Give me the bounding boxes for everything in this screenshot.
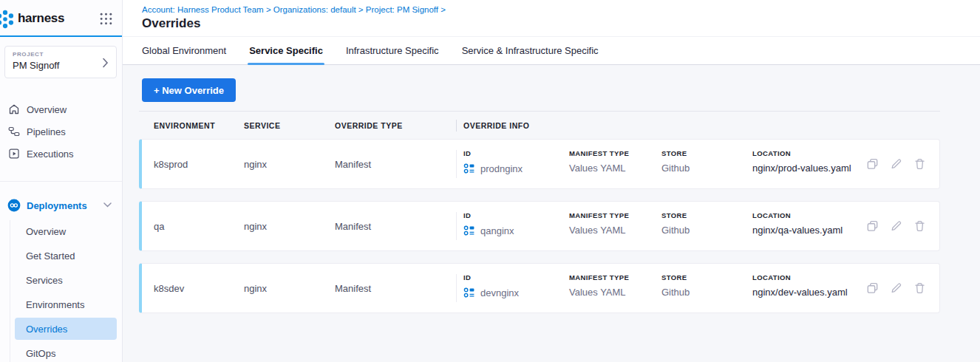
pipelines-icon xyxy=(8,126,20,137)
sidebar-item-overview[interactable]: Overview xyxy=(0,98,122,120)
environment-value: k8sprod xyxy=(154,159,188,170)
sidebar-subitem-label: Overview xyxy=(26,226,66,237)
store-group: STORE Github xyxy=(661,211,690,236)
sidebar-divider xyxy=(0,181,122,182)
deployments-icon xyxy=(7,199,21,212)
sidebar-subitem-label: Overrides xyxy=(26,324,67,335)
id-icon xyxy=(463,225,475,236)
location-group: LOCATION nginx/dev-values.yaml xyxy=(752,273,848,298)
store-group: STORE Github xyxy=(661,273,690,298)
id-icon xyxy=(463,163,475,174)
tab-global-environment[interactable]: Global Environment xyxy=(142,37,226,64)
id-value: prodnginx xyxy=(480,163,523,174)
table-row[interactable]: qa nginx Manifest ID qanginx xyxy=(139,201,940,251)
location-value: nginx/prod-values.yaml xyxy=(752,163,851,174)
tab-service-specific[interactable]: Service Specific xyxy=(249,37,323,64)
location-group: LOCATION nginx/prod-values.yaml xyxy=(752,149,851,174)
breadcrumb[interactable]: Account: Harness Product Team > Organiza… xyxy=(142,5,446,14)
sidebar-subitem-label: Services xyxy=(26,275,63,286)
tab-infrastructure-specific[interactable]: Infrastructure Specific xyxy=(346,37,439,64)
id-icon xyxy=(463,287,475,298)
table-row[interactable]: k8sdev nginx Manifest ID devnginx xyxy=(139,263,940,313)
edit-icon[interactable] xyxy=(890,220,902,233)
override-type-value: Manifest xyxy=(335,283,371,294)
location-value: nginx/dev-values.yaml xyxy=(752,287,848,298)
module-grid-icon[interactable] xyxy=(99,12,113,26)
sidebar-header: harness xyxy=(0,0,122,37)
column-header-override-type: OVERRIDE TYPE xyxy=(335,121,403,130)
project-label: PROJECT xyxy=(13,51,109,58)
store-value: Github xyxy=(661,287,690,298)
row-actions xyxy=(866,158,926,171)
harness-logo-icon xyxy=(0,9,16,30)
delete-icon[interactable] xyxy=(913,158,926,171)
sidebar-subitem-overview[interactable]: Overview xyxy=(15,220,117,242)
submenu-guide-line xyxy=(10,220,10,362)
id-value: devnginx xyxy=(480,287,519,298)
environment-value: qa xyxy=(154,221,164,232)
manifest-type-group: MANIFEST TYPE Values YAML xyxy=(569,149,629,174)
table-header: ENVIRONMENT SERVICE OVERRIDE TYPE OVERRI… xyxy=(139,117,940,136)
id-label: ID xyxy=(463,149,523,157)
page-header: Account: Harness Product Team > Organiza… xyxy=(123,0,980,37)
column-header-environment: ENVIRONMENT xyxy=(154,121,215,130)
row-actions xyxy=(866,282,926,295)
manifest-type-value: Values YAML xyxy=(569,163,629,174)
store-group: STORE Github xyxy=(661,149,690,174)
delete-icon[interactable] xyxy=(913,220,926,233)
sidebar-item-label: Overview xyxy=(27,104,67,115)
table-row[interactable]: k8sprod nginx Manifest ID prodnginx xyxy=(139,139,940,189)
column-header-override-info: OVERRIDE INFO xyxy=(463,121,529,130)
column-header-service: SERVICE xyxy=(244,121,280,130)
row-separator xyxy=(456,150,457,178)
clone-icon[interactable] xyxy=(866,220,879,233)
sidebar-item-executions[interactable]: Executions xyxy=(0,143,122,165)
sidebar-subitem-overrides[interactable]: Overrides xyxy=(15,318,117,340)
sidebar-subitem-get-started[interactable]: Get Started xyxy=(15,245,117,267)
home-icon xyxy=(8,103,20,115)
tab-bar: Global Environment Service Specific Infr… xyxy=(123,37,980,65)
sidebar-item-deployments[interactable]: Deployments xyxy=(0,194,122,216)
row-separator xyxy=(456,274,457,302)
sidebar-subitem-label: GitOps xyxy=(26,348,55,359)
edit-icon[interactable] xyxy=(890,158,902,171)
tab-service-and-infrastructure-specific[interactable]: Service & Infrastructure Specific xyxy=(462,37,599,64)
app-window: harness PROJECT PM Signoff Overview xyxy=(0,0,980,362)
sidebar-item-label: Deployments xyxy=(27,200,87,211)
sidebar-subitem-label: Environments xyxy=(26,299,84,310)
row-separator xyxy=(456,212,457,240)
content-divider xyxy=(139,111,940,112)
delete-icon[interactable] xyxy=(913,282,926,295)
environment-value: k8sdev xyxy=(154,283,184,294)
content-area: + New Override ENVIRONMENT SERVICE OVERR… xyxy=(123,65,980,362)
sidebar-item-label: Pipelines xyxy=(27,126,66,137)
project-selector[interactable]: PROJECT PM Signoff xyxy=(4,46,117,78)
chevron-down-icon xyxy=(103,202,112,208)
sidebar-item-label: Executions xyxy=(27,148,74,160)
new-override-button[interactable]: + New Override xyxy=(142,78,236,102)
manifest-type-value: Values YAML xyxy=(569,287,629,298)
override-type-value: Manifest xyxy=(335,221,371,232)
sidebar-subitem-gitops[interactable]: GitOps xyxy=(15,342,117,362)
sidebar-item-pipelines[interactable]: Pipelines xyxy=(0,120,122,143)
manifest-type-value: Values YAML xyxy=(569,225,629,236)
store-value: Github xyxy=(661,163,690,174)
id-group: ID prodnginx xyxy=(463,149,523,174)
clone-icon[interactable] xyxy=(866,158,879,171)
edit-icon[interactable] xyxy=(890,282,902,295)
manifest-type-group: MANIFEST TYPE Values YAML xyxy=(569,273,629,298)
sidebar-subitem-label: Get Started xyxy=(26,250,75,262)
main-content: Account: Harness Product Team > Organiza… xyxy=(123,0,980,362)
id-value: qanginx xyxy=(480,225,514,236)
chevron-right-icon xyxy=(102,58,109,68)
clone-icon[interactable] xyxy=(866,282,879,295)
override-type-value: Manifest xyxy=(335,159,371,170)
sidebar-subitem-services[interactable]: Services xyxy=(15,269,117,291)
manifest-type-group: MANIFEST TYPE Values YAML xyxy=(569,211,629,236)
sidebar: harness PROJECT PM Signoff Overview xyxy=(0,0,123,362)
location-group: LOCATION nginx/qa-values.yaml xyxy=(752,211,843,236)
sidebar-subitem-environments[interactable]: Environments xyxy=(15,293,117,315)
store-value: Github xyxy=(661,225,690,236)
page-title: Overrides xyxy=(142,16,200,31)
service-value: nginx xyxy=(244,283,267,294)
